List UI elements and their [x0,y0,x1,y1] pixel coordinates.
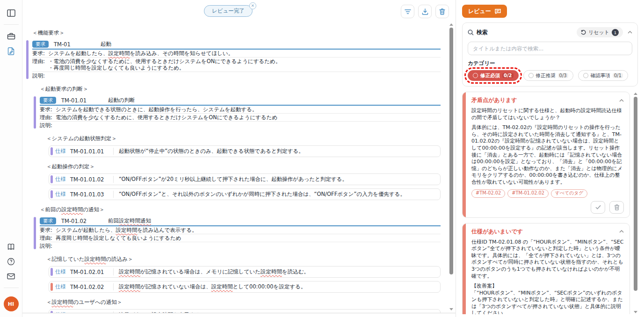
chip-close-icon[interactable]: ✕ [249,2,256,9]
accent-bar [34,96,36,129]
field-label: 要求: [40,106,52,113]
requirement-block-tm-01[interactable]: 要求 TM-01 起動 要求: システムを起動したら、設定時間を読み込み、その時… [26,40,441,79]
spellcheck-underlined-text: 設定時間 [119,283,140,290]
category-chip-recommended[interactable]: 修正推奨 0/3 [523,70,573,81]
radio-icon [473,73,478,78]
tag-chip[interactable]: #TM-01.02.02 [507,189,549,198]
reason-line: ・再度同じ時間を設定しなくても良いようにするため。 [48,65,281,71]
scroll-down-arrow[interactable] [449,308,453,310]
category-chip-confirm[interactable]: 確認事項 0/1 [578,70,628,81]
scrollbar-thumb[interactable] [449,28,453,274]
reset-button[interactable]: リセット 1 [577,27,623,37]
category-chip-must-fix[interactable]: 修正必須 0/2 [468,70,519,81]
sidebar-toggle-icon[interactable] [5,7,17,19]
collapse-chevron-icon[interactable] [619,230,624,233]
mail-icon[interactable] [5,271,17,282]
reset-label: リセット [588,29,609,36]
project-box-icon[interactable] [5,30,17,42]
resolve-button[interactable] [591,201,605,214]
spec-text: “ON/OFFボタン”と、それ以外のボタンのいずれかが同時に押下された場合は、“… [119,191,405,198]
spec-id: TM-01.02.02 [70,284,113,290]
scroll-up-arrow[interactable] [634,93,637,95]
section-heading: ＜設定時間のユーザへの通知＞ [46,299,443,306]
spec-text: 設定時間が記憶されていない場合は、設定時間として00:00:00を設定する。 [119,283,306,290]
requirement-block-tm-01-01[interactable]: 要求 TM-01.01 起動の判断 要求: システムを起動できる状態のときに、起… [34,96,441,129]
text-segment: 起動の判断 [108,97,135,103]
field-value: 電池の消費を少なくするために、使用するときだけシステムをONにできるようにするた… [56,114,278,121]
field-value: ・電池の消費を少なくするために、使用するときだけシステムをONにできるようにする… [48,58,281,71]
spec-card-tm-01-01-02[interactable]: 仕様 TM-01.01.02 “ON/OFFボタン”が20ミリ秒以上継続して押下… [49,173,441,185]
review-comment-card-ambiguous[interactable]: 仕様があいまいです 仕様ID TM-02.01.08 の「“HOURボタン”、“… [462,223,630,314]
spec-id: TM-01.02.04 [70,312,113,314]
field-row: 要求: システムを起動できる状態のときに、起動操作を行ったら、システムを起動する… [40,106,441,114]
spellcheck-underlined-text: 設定時間 [85,256,106,262]
main-content: レビュー完了 ✕ ＜機能要求＞ 要求 T [22,0,456,317]
spec-divider [113,191,114,198]
document-edit-icon[interactable] [5,45,17,57]
text-segment: が記憶されていない場合は、 [140,283,211,290]
main-scrollbar[interactable] [449,23,453,310]
delete-comment-button[interactable] [609,201,624,214]
search-title: 検索 [477,29,488,36]
category-chip-label: 修正必須 [480,72,500,79]
tag-chip[interactable]: すべてのタグ [551,189,587,198]
field-row: 説明: [40,122,441,129]
field-label: 理由: [40,114,52,121]
spec-divider [113,148,114,155]
delete-button[interactable] [435,5,449,18]
field-row: 理由: ・電池の消費を少なくするために、使用するときだけシステムをONにできるよ… [32,58,441,72]
spec-card-tm-01-02-02-flagged[interactable]: 仕様 TM-01.02.02 設定時間が記憶されていない場合は、設定時間として0… [49,281,441,293]
search-input[interactable] [468,42,632,55]
collapse-chevron-icon[interactable] [628,31,632,34]
user-avatar[interactable]: HI [4,296,19,311]
comment-paragraph: 仕様ID TM-02.01.08 の「“HOURボタン”、“MINボタン”、“S… [471,239,624,280]
spec-card-tm-01-01-01[interactable]: 仕様 TM-01.01.01 起動状態が“停止中”の状態のときのみ、起動できる状… [49,145,441,157]
review-button[interactable]: レビュー [462,5,507,18]
category-chips: 修正必須 0/2 修正推奨 0/3 確認事項 0/1 [468,70,632,81]
text-segment: ＜機能要求＞ [32,29,65,36]
accent-bar [26,40,29,79]
spec-card-tm-01-02-04[interactable]: 仕様 TM-01.02.04 液晶パネルに設定時間を表示する。 [49,309,441,313]
book-icon[interactable] [5,241,17,252]
spellcheck-underlined-text: 設定時間 [260,268,282,275]
radio-icon [583,73,588,78]
text-segment: システムが起動したら、 [56,227,116,233]
review-complete-chip[interactable]: レビュー完了 ✕ [204,5,253,17]
spec-text: 液晶パネルに設定時間を表示する。 [119,311,206,313]
text-segment: システムを起動したら、 [48,50,109,57]
text-segment: 起動 [101,41,111,47]
spec-id: TM-01.01.03 [70,191,113,198]
text-segment: ＜記憶していた [46,256,85,262]
check-icon [595,205,601,209]
field-label: 要求: [32,50,45,57]
requirement-title: 起動の判断 [108,97,135,104]
tag-chip[interactable]: #TM-02.02 [471,189,505,198]
help-icon[interactable] [5,256,17,267]
review-comment-card-contradiction[interactable]: 矛盾点があります 設定時間のリセットに関する仕様と、起動時の設定時間読込仕様の間… [462,92,630,218]
text-segment: のユーザへの通知＞ [73,299,123,305]
scroll-down-arrow[interactable] [634,311,637,313]
radio-icon [528,73,534,78]
filter-button[interactable] [401,5,414,18]
requirement-block-tm-01-02[interactable]: 要求 TM-01.02 前回設定時間通知 要求: システムが起動したら、設定時間… [34,216,441,250]
spec-text: 起動状態が“停止中”の状態のときのみ、起動できる状態であると判定する。 [119,148,304,155]
spec-card-tm-01-01-03[interactable]: 仕様 TM-01.01.03 “ON/OFFボタン”と、それ以外のボタンのいずれ… [49,188,441,200]
text-segment: 液晶パネルに [119,311,152,313]
spec-divider [113,311,114,313]
search-header: 検索 リセット 1 [468,27,632,37]
type-label: 仕様 [55,283,66,290]
field-value: 再度同じ時間を設定しなくても良いようにするため [56,235,181,241]
collapse-chevron-icon[interactable] [619,99,624,102]
scrollbar-thumb[interactable] [634,97,637,291]
download-button[interactable] [418,5,432,18]
accent-bar [34,217,36,249]
text-segment: “ON/OFFボタン”と、それ以外のボタンのいずれかが同時に押下された場合は、“… [119,191,405,197]
comment-actions [471,201,624,214]
comment-title: 仕様があいまいです [471,228,523,236]
scroll-up-arrow[interactable] [449,23,453,26]
text-segment: ＜ [46,299,52,305]
panel-scrollbar[interactable] [633,93,637,313]
category-chip-label: 確認事項 [591,72,610,79]
spec-card-tm-01-02-01[interactable]: 仕様 TM-01.02.01 設定時間が記憶されている場合は、メモリに記憶してい… [49,266,441,278]
spellcheck-underlined-text: 設定時間 [152,311,173,313]
